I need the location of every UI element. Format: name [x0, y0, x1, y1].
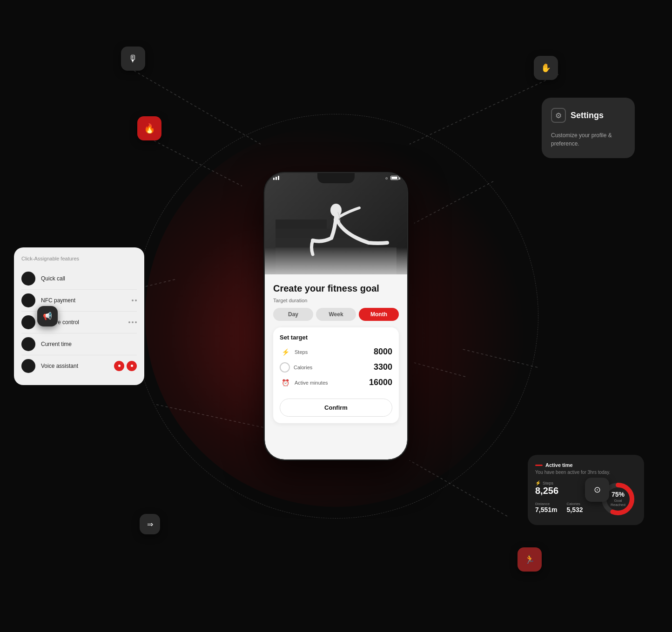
- phone-content: Create your fitness goal Target duration…: [265, 274, 407, 459]
- steps-row: ⚡ Steps 8000: [280, 346, 392, 358]
- feature-name: Voice assistant: [41, 363, 108, 369]
- hero-image: [265, 173, 407, 285]
- calories-label: Calories: [294, 365, 370, 370]
- active-minutes-value: 16000: [369, 378, 392, 387]
- feature-dot: [21, 293, 35, 307]
- fitness-goal-title: Create your fitness goal: [273, 283, 399, 294]
- goal-label: GoalReached: [611, 499, 625, 507]
- active-minutes-icon: ⏰: [280, 377, 291, 388]
- svg-line-8: [410, 460, 507, 516]
- feature-card-title: Click-Assignable features: [21, 256, 137, 261]
- distance-value: 7,551m: [535, 506, 557, 513]
- steps-label: Steps: [295, 349, 370, 355]
- microphone-icon: 🎙: [128, 53, 138, 64]
- sub-stats-row: Distance 7,551m Calories 5,532: [535, 502, 599, 513]
- feature-name: Current time: [41, 341, 137, 347]
- settings-header: ⚙ Settings: [551, 108, 625, 123]
- calories-label: Calories: [566, 502, 583, 506]
- svg-point-13: [330, 204, 342, 217]
- gear-icon: ⚙: [551, 108, 566, 123]
- steps-value: 8000: [374, 347, 392, 357]
- feature-name: Quick call: [41, 275, 137, 282]
- activity-icon: 🏃: [524, 554, 535, 565]
- feature-dot: [21, 359, 35, 373]
- calories-value: 5,532: [566, 506, 583, 513]
- speaker-icon: 📢: [43, 312, 52, 320]
- svg-line-4: [414, 181, 493, 223]
- list-item[interactable]: Voice assistant: [21, 355, 137, 377]
- svg-line-2: [150, 139, 242, 186]
- battery-icon: [390, 176, 399, 180]
- tab-week[interactable]: Week: [316, 308, 356, 321]
- settings-title: Settings: [571, 111, 604, 120]
- svg-line-5: [414, 363, 465, 377]
- set-target-card: Set target ⚡ Steps 8000 Calories 3300 ⏰ …: [273, 327, 399, 423]
- tab-month[interactable]: Month: [359, 308, 399, 321]
- red-bar: [535, 465, 543, 466]
- target-duration-label: Target duration: [273, 298, 399, 303]
- active-minutes-row: ⏰ Active minutes 16000: [280, 377, 392, 388]
- calories-row: Calories 3300: [280, 362, 392, 373]
- steps-icon: ⚡: [280, 346, 291, 358]
- context-menu-dots[interactable]: [132, 299, 137, 301]
- calories-icon: [280, 362, 290, 373]
- distance-stat: Distance 7,551m: [535, 502, 557, 513]
- signal-icon: [273, 176, 279, 180]
- phone-frame: ⌾: [264, 172, 408, 460]
- feature-dot: [21, 315, 35, 329]
- context-menu-dots[interactable]: [128, 321, 137, 323]
- timer-button[interactable]: ⊙: [585, 478, 609, 502]
- route-button[interactable]: ⇒: [140, 514, 160, 534]
- svg-line-1: [410, 74, 558, 144]
- set-target-title: Set target: [280, 334, 392, 341]
- goal-percent: 75%: [611, 491, 625, 498]
- distance-label: Distance: [535, 502, 557, 506]
- speaker-button[interactable]: 📢: [37, 306, 58, 326]
- hand-gesture-button[interactable]: ✋: [534, 56, 558, 80]
- wifi-icon: ⌾: [385, 176, 388, 180]
- route-icon: ⇒: [147, 520, 153, 529]
- microphone-button[interactable]: 🎙: [121, 47, 145, 71]
- svg-rect-12: [276, 220, 327, 229]
- hand-icon: ✋: [541, 63, 551, 73]
- list-item[interactable]: Quick call: [21, 268, 137, 290]
- donut-center: 75% GoalReached: [611, 491, 625, 507]
- activity-button[interactable]: 🏃: [517, 547, 542, 572]
- phone-status-bar: ⌾: [273, 176, 399, 180]
- calories-value: 3300: [374, 362, 392, 372]
- svg-line-6: [156, 405, 265, 428]
- calories-stat: Calories 5,532: [566, 502, 583, 513]
- svg-line-7: [461, 349, 538, 367]
- settings-description: Customize your profile & preference.: [551, 131, 625, 148]
- feature-dot: [21, 337, 35, 351]
- tab-day[interactable]: Day: [273, 308, 313, 321]
- active-time-subtitle: You have been active for 3hrs today.: [535, 470, 637, 475]
- fire-icon: 🔥: [144, 123, 155, 134]
- active-time-header: Active time: [535, 462, 637, 468]
- feature-dot: [21, 272, 35, 286]
- feature-card: Click-Assignable features Quick call NFC…: [14, 247, 144, 385]
- timer-icon: ⊙: [594, 485, 601, 495]
- fire-button[interactable]: 🔥: [137, 116, 161, 140]
- active-minutes-label: Active minutes: [295, 380, 365, 386]
- feature-name: NFC payment: [41, 297, 126, 304]
- active-time-title: Active time: [545, 462, 573, 468]
- confirm-button[interactable]: Confirm: [280, 399, 392, 417]
- list-item[interactable]: Current time: [21, 333, 137, 355]
- settings-card: ⚙ Settings Customize your profile & pref…: [542, 98, 635, 158]
- duration-tabs: Day Week Month: [273, 308, 399, 321]
- voice-assistant-options[interactable]: [114, 361, 137, 371]
